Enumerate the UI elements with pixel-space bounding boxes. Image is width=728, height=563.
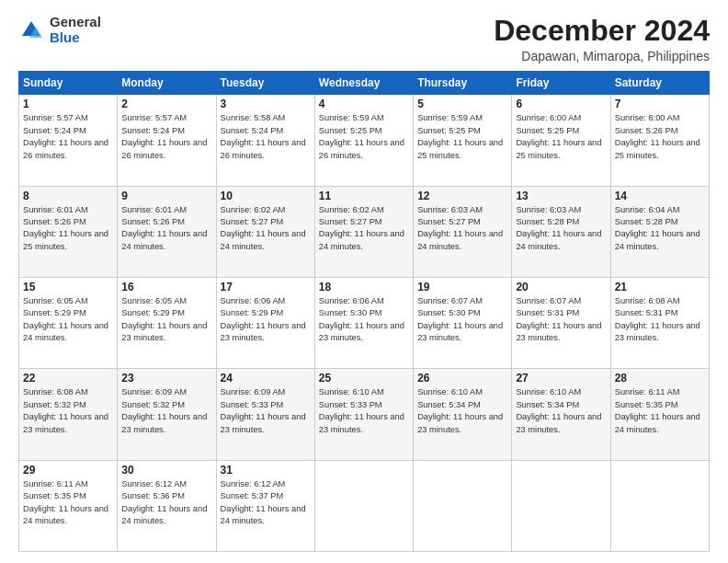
day-number: 4 xyxy=(319,98,409,110)
day-info: Sunrise: 6:04 AM Sunset: 5:28 PM Dayligh… xyxy=(615,204,705,254)
day-number: 29 xyxy=(23,464,113,477)
col-monday: Monday xyxy=(118,72,216,95)
day-info: Sunrise: 6:12 AM Sunset: 5:37 PM Dayligh… xyxy=(221,478,311,528)
day-number: 2 xyxy=(121,98,211,110)
day-info: Sunrise: 6:10 AM Sunset: 5:33 PM Dayligh… xyxy=(319,386,409,436)
day-number: 14 xyxy=(615,190,705,202)
calendar-table: Sunday Monday Tuesday Wednesday Thursday… xyxy=(18,71,710,552)
day-number: 8 xyxy=(23,190,113,202)
table-cell: 4 Sunrise: 5:59 AM Sunset: 5:25 PM Dayli… xyxy=(314,95,413,186)
day-info: Sunrise: 5:59 AM Sunset: 5:25 PM Dayligh… xyxy=(319,112,409,162)
day-number: 20 xyxy=(516,281,606,293)
table-row: 22 Sunrise: 6:08 AM Sunset: 5:32 PM Dayl… xyxy=(19,369,710,460)
table-cell: 31 Sunrise: 6:12 AM Sunset: 5:37 PM Dayl… xyxy=(216,460,314,551)
table-cell xyxy=(414,460,512,551)
logo-icon xyxy=(18,17,44,43)
day-number: 10 xyxy=(221,190,311,202)
page: General Blue December 2024 Dapawan, Mima… xyxy=(0,0,728,563)
day-number: 23 xyxy=(121,372,211,385)
table-cell: 9 Sunrise: 6:01 AM Sunset: 5:26 PM Dayli… xyxy=(118,186,216,277)
table-cell: 7 Sunrise: 6:00 AM Sunset: 5:26 PM Dayli… xyxy=(610,95,709,186)
day-info: Sunrise: 5:59 AM Sunset: 5:25 PM Dayligh… xyxy=(417,112,507,162)
table-cell: 22 Sunrise: 6:08 AM Sunset: 5:32 PM Dayl… xyxy=(19,369,118,460)
day-number: 31 xyxy=(221,464,311,477)
day-number: 3 xyxy=(221,98,311,110)
day-info: Sunrise: 6:05 AM Sunset: 5:29 PM Dayligh… xyxy=(121,295,211,345)
day-number: 13 xyxy=(516,190,606,202)
table-cell: 26 Sunrise: 6:10 AM Sunset: 5:34 PM Dayl… xyxy=(414,369,512,460)
table-cell xyxy=(610,460,709,551)
table-cell: 16 Sunrise: 6:05 AM Sunset: 5:29 PM Dayl… xyxy=(118,277,216,368)
table-cell: 15 Sunrise: 6:05 AM Sunset: 5:29 PM Dayl… xyxy=(19,277,118,368)
logo-text: General Blue xyxy=(50,15,101,45)
table-cell: 28 Sunrise: 6:11 AM Sunset: 5:35 PM Dayl… xyxy=(610,369,709,460)
month-title: December 2024 xyxy=(494,15,710,47)
day-number: 12 xyxy=(417,190,507,202)
logo-general: General xyxy=(50,15,101,30)
day-info: Sunrise: 6:06 AM Sunset: 5:29 PM Dayligh… xyxy=(221,295,311,345)
table-row: 15 Sunrise: 6:05 AM Sunset: 5:29 PM Dayl… xyxy=(19,277,710,368)
table-cell: 1 Sunrise: 5:57 AM Sunset: 5:24 PM Dayli… xyxy=(19,95,118,186)
day-number: 11 xyxy=(319,190,409,202)
day-info: Sunrise: 6:08 AM Sunset: 5:31 PM Dayligh… xyxy=(615,295,705,345)
location: Dapawan, Mimaropa, Philippines xyxy=(494,49,710,63)
day-info: Sunrise: 6:03 AM Sunset: 5:28 PM Dayligh… xyxy=(516,204,606,254)
table-cell: 25 Sunrise: 6:10 AM Sunset: 5:33 PM Dayl… xyxy=(314,369,413,460)
table-cell: 8 Sunrise: 6:01 AM Sunset: 5:26 PM Dayli… xyxy=(19,186,118,277)
day-info: Sunrise: 6:02 AM Sunset: 5:27 PM Dayligh… xyxy=(319,204,409,254)
day-info: Sunrise: 5:58 AM Sunset: 5:24 PM Dayligh… xyxy=(221,112,311,162)
day-number: 5 xyxy=(417,98,507,110)
table-cell xyxy=(512,460,610,551)
day-info: Sunrise: 6:06 AM Sunset: 5:30 PM Dayligh… xyxy=(319,295,409,345)
col-friday: Friday xyxy=(512,72,610,95)
table-cell: 10 Sunrise: 6:02 AM Sunset: 5:27 PM Dayl… xyxy=(216,186,314,277)
table-cell: 5 Sunrise: 5:59 AM Sunset: 5:25 PM Dayli… xyxy=(414,95,512,186)
table-cell: 17 Sunrise: 6:06 AM Sunset: 5:29 PM Dayl… xyxy=(216,277,314,368)
day-info: Sunrise: 6:11 AM Sunset: 5:35 PM Dayligh… xyxy=(615,386,705,436)
day-number: 7 xyxy=(615,98,705,110)
day-info: Sunrise: 5:57 AM Sunset: 5:24 PM Dayligh… xyxy=(121,112,211,162)
table-cell xyxy=(314,460,413,551)
header: General Blue December 2024 Dapawan, Mima… xyxy=(18,15,710,63)
table-cell: 12 Sunrise: 6:03 AM Sunset: 5:27 PM Dayl… xyxy=(414,186,512,277)
day-number: 17 xyxy=(221,281,311,293)
logo: General Blue xyxy=(18,15,101,45)
table-cell: 11 Sunrise: 6:02 AM Sunset: 5:27 PM Dayl… xyxy=(314,186,413,277)
day-info: Sunrise: 6:12 AM Sunset: 5:36 PM Dayligh… xyxy=(121,478,211,528)
day-info: Sunrise: 6:00 AM Sunset: 5:25 PM Dayligh… xyxy=(516,112,606,162)
table-cell: 29 Sunrise: 6:11 AM Sunset: 5:35 PM Dayl… xyxy=(19,460,118,551)
day-number: 18 xyxy=(319,281,409,293)
day-number: 26 xyxy=(417,372,507,385)
table-cell: 24 Sunrise: 6:09 AM Sunset: 5:33 PM Dayl… xyxy=(216,369,314,460)
table-cell: 3 Sunrise: 5:58 AM Sunset: 5:24 PM Dayli… xyxy=(216,95,314,186)
table-cell: 2 Sunrise: 5:57 AM Sunset: 5:24 PM Dayli… xyxy=(118,95,216,186)
day-info: Sunrise: 6:01 AM Sunset: 5:26 PM Dayligh… xyxy=(23,204,113,254)
day-number: 24 xyxy=(221,372,311,385)
title-block: December 2024 Dapawan, Mimaropa, Philipp… xyxy=(494,15,710,63)
day-number: 6 xyxy=(516,98,606,110)
day-info: Sunrise: 6:10 AM Sunset: 5:34 PM Dayligh… xyxy=(516,386,606,436)
day-number: 27 xyxy=(516,372,606,385)
day-number: 30 xyxy=(121,464,211,477)
day-number: 9 xyxy=(121,190,211,202)
day-info: Sunrise: 6:05 AM Sunset: 5:29 PM Dayligh… xyxy=(23,295,113,345)
table-row: 29 Sunrise: 6:11 AM Sunset: 5:35 PM Dayl… xyxy=(19,460,710,551)
table-row: 8 Sunrise: 6:01 AM Sunset: 5:26 PM Dayli… xyxy=(19,186,710,277)
day-info: Sunrise: 6:00 AM Sunset: 5:26 PM Dayligh… xyxy=(615,112,705,162)
table-cell: 18 Sunrise: 6:06 AM Sunset: 5:30 PM Dayl… xyxy=(314,277,413,368)
col-wednesday: Wednesday xyxy=(314,72,413,95)
day-number: 22 xyxy=(23,372,113,385)
day-number: 21 xyxy=(615,281,705,293)
day-number: 28 xyxy=(615,372,705,385)
day-info: Sunrise: 6:08 AM Sunset: 5:32 PM Dayligh… xyxy=(23,386,113,436)
logo-blue: Blue xyxy=(50,30,101,46)
day-info: Sunrise: 6:09 AM Sunset: 5:32 PM Dayligh… xyxy=(121,386,211,436)
col-saturday: Saturday xyxy=(610,72,709,95)
day-number: 15 xyxy=(23,281,113,293)
day-info: Sunrise: 6:02 AM Sunset: 5:27 PM Dayligh… xyxy=(221,204,311,254)
day-number: 16 xyxy=(121,281,211,293)
table-cell: 13 Sunrise: 6:03 AM Sunset: 5:28 PM Dayl… xyxy=(512,186,610,277)
day-info: Sunrise: 6:07 AM Sunset: 5:30 PM Dayligh… xyxy=(417,295,507,345)
table-cell: 14 Sunrise: 6:04 AM Sunset: 5:28 PM Dayl… xyxy=(610,186,709,277)
header-row: Sunday Monday Tuesday Wednesday Thursday… xyxy=(19,72,710,95)
